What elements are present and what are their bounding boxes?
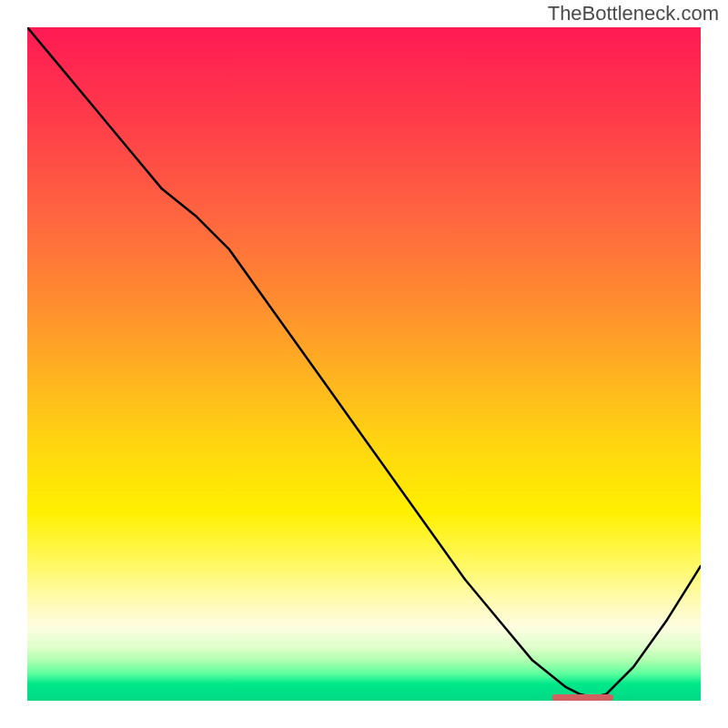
chart-curve — [27, 27, 701, 701]
optimal-range-marker — [552, 694, 613, 701]
watermark-text: TheBottleneck.com — [548, 2, 719, 25]
chart-plot-area — [27, 27, 701, 701]
